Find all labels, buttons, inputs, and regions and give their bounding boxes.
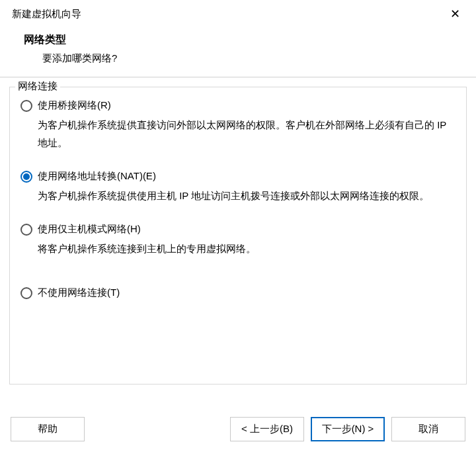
radio-option-hostonly: 使用仅主机模式网络(H) 将客户机操作系统连接到主机上的专用虚拟网络。 (20, 223, 456, 257)
cancel-button[interactable]: 取消 (391, 417, 465, 441)
radio-nat[interactable] (20, 171, 32, 183)
radio-option-none: 不使用网络连接(T) (20, 287, 456, 299)
help-button[interactable]: 帮助 (11, 417, 85, 441)
window-title: 新建虚拟机向导 (12, 8, 81, 21)
content-area: 网络连接 使用桥接网络(R) 为客户机操作系统提供直接访问外部以太网网络的权限。… (0, 77, 476, 408)
next-button[interactable]: 下一步(N) > (311, 417, 385, 441)
radio-row[interactable]: 使用桥接网络(R) (20, 99, 456, 112)
footer: 帮助 < 上一步(B) 下一步(N) > 取消 (0, 408, 476, 452)
radio-row[interactable]: 使用网络地址转换(NAT)(E) (20, 170, 456, 183)
radio-option-nat: 使用网络地址转换(NAT)(E) 为客户机操作系统提供使用主机 IP 地址访问主… (20, 170, 456, 204)
radio-label: 不使用网络连接(T) (38, 287, 120, 299)
radio-none[interactable] (20, 287, 32, 299)
titlebar: 新建虚拟机向导 ✕ (0, 0, 476, 25)
radio-option-bridged: 使用桥接网络(R) 为客户机操作系统提供直接访问外部以太网网络的权限。客户机在外… (20, 99, 456, 152)
back-button[interactable]: < 上一步(B) (230, 417, 304, 441)
radio-label: 使用仅主机模式网络(H) (38, 223, 141, 236)
radio-bridged[interactable] (20, 100, 32, 112)
radio-desc: 将客户机操作系统连接到主机上的专用虚拟网络。 (20, 240, 456, 257)
close-icon[interactable]: ✕ (445, 7, 465, 21)
radio-hostonly[interactable] (20, 224, 32, 236)
page-title: 网络类型 (24, 33, 464, 47)
radio-row[interactable]: 使用仅主机模式网络(H) (20, 223, 456, 236)
fieldset-legend: 网络连接 (15, 80, 60, 93)
network-connection-fieldset: 网络连接 使用桥接网络(R) 为客户机操作系统提供直接访问外部以太网网络的权限。… (9, 87, 467, 384)
radio-desc: 为客户机操作系统提供直接访问外部以太网网络的权限。客户机在外部网络上必须有自己的… (20, 116, 456, 152)
radio-label: 使用桥接网络(R) (38, 99, 111, 112)
wizard-header: 网络类型 要添加哪类网络? (0, 25, 476, 77)
radio-row[interactable]: 不使用网络连接(T) (20, 287, 456, 299)
page-subtitle: 要添加哪类网络? (24, 52, 464, 65)
radio-desc: 为客户机操作系统提供使用主机 IP 地址访问主机拨号连接或外部以太网网络连接的权… (20, 187, 456, 204)
radio-label: 使用网络地址转换(NAT)(E) (38, 170, 156, 183)
